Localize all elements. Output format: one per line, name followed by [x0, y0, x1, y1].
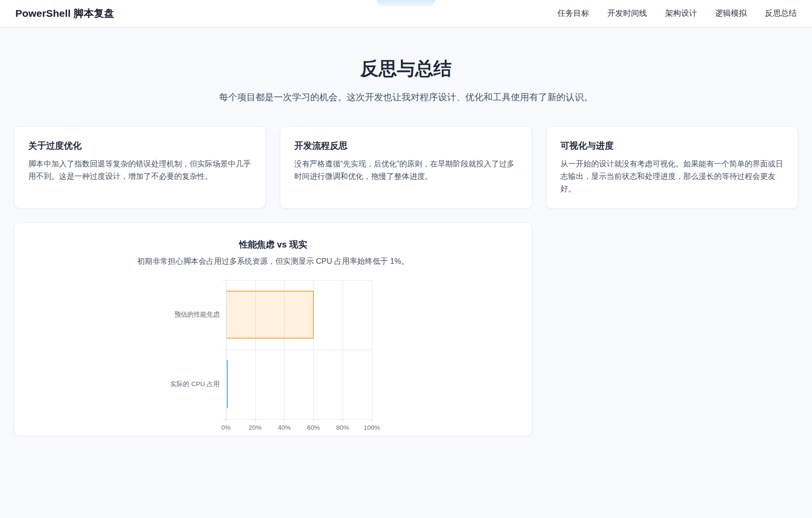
y-axis-tick-mark [223, 350, 226, 350]
chart-y-axis-labels: 预估的性能焦虑实际的 CPU 占用 [165, 280, 226, 419]
nav-link-architecture[interactable]: 架构设计 [665, 8, 697, 19]
card-visualization-progress: 可视化与进度从一开始的设计就没有考虑可视化。如果能有一个简单的界面或日志输出，显… [546, 126, 798, 209]
gridline-horizontal [226, 419, 372, 420]
cards-grid: 关于过度优化脚本中加入了指数回退等复杂的错误处理机制，但实际场景中几乎用不到。这… [14, 126, 798, 209]
card-process-reflection: 开发流程反思没有严格遵循“先实现，后优化”的原则，在早期阶段就投入了过多时间进行… [280, 126, 532, 209]
header: PowerShell 脚本复盘 任务目标开发时间线架构设计逻辑模拟反思总结 [0, 0, 812, 27]
card-title: 可视化与进度 [561, 140, 784, 152]
x-axis-tick-label: 0% [221, 424, 231, 431]
bar-estimated-anxiety[interactable] [227, 291, 314, 339]
nav-link-tasks[interactable]: 任务目标 [558, 8, 589, 19]
nav-link-timeline[interactable]: 开发时间线 [608, 8, 647, 19]
y-axis-category-label: 预估的性能焦虑 [174, 310, 220, 319]
card-title: 关于过度优化 [28, 140, 251, 152]
bar-chart: 预估的性能焦虑实际的 CPU 占用 0%20%40%60%80%100% [165, 280, 382, 419]
y-axis-tick-mark [223, 280, 226, 281]
nav-link-simulation[interactable]: 逻辑模拟 [715, 8, 747, 19]
gridline-horizontal [226, 280, 372, 281]
card-body: 脚本中加入了指数回退等复杂的错误处理机制，但实际场景中几乎用不到。这是一种过度设… [28, 158, 251, 183]
x-axis-tick-label: 100% [364, 424, 381, 431]
gridline-vertical [372, 280, 372, 419]
chart-card: 性能焦虑 vs 现实 初期非常担心脚本会占用过多系统资源，但实测显示 CPU 占… [14, 223, 532, 436]
card-title: 开发流程反思 [294, 140, 517, 152]
chart-subtitle: 初期非常担心脚本会占用过多系统资源，但实测显示 CPU 占用率始终低于 1%。 [29, 257, 517, 267]
x-axis-tick-label: 80% [336, 424, 349, 431]
card-body: 没有严格遵循“先实现，后优化”的原则，在早期阶段就投入了过多时间进行微调和优化，… [294, 158, 517, 183]
nav-link-reflection[interactable]: 反思总结 [765, 8, 797, 19]
x-axis-tick-label: 20% [249, 424, 262, 431]
header-nav: 任务目标开发时间线架构设计逻辑模拟反思总结 [558, 8, 797, 19]
chart-plot[interactable]: 0%20%40%60%80%100% [226, 280, 372, 419]
reflection-section: 反思与总结 每个项目都是一次学习的机会。这次开发也让我对程序设计、优化和工具使用… [0, 27, 812, 436]
card-body: 从一开始的设计就没有考虑可视化。如果能有一个简单的界面或日志输出，显示当前状态和… [561, 158, 784, 195]
page-subtitle: 每个项目都是一次学习的机会。这次开发也让我对程序设计、优化和工具使用有了新的认识… [14, 91, 798, 105]
y-axis-category-label: 实际的 CPU 占用 [170, 380, 220, 388]
x-axis-tick-mark [372, 419, 372, 422]
gridline-horizontal [226, 350, 372, 350]
card-over-optimization: 关于过度优化脚本中加入了指数回退等复杂的错误处理机制，但实际场景中几乎用不到。这… [14, 126, 266, 209]
brand-title: PowerShell 脚本复盘 [15, 7, 114, 20]
page-title: 反思与总结 [14, 58, 798, 80]
chart-title: 性能焦虑 vs 现实 [29, 238, 517, 250]
x-axis-tick-label: 60% [307, 424, 320, 431]
y-axis-tick-mark [223, 419, 226, 420]
x-axis-tick-label: 40% [278, 424, 291, 431]
chart-row: 性能焦虑 vs 现实 初期非常担心脚本会占用过多系统资源，但实测显示 CPU 占… [14, 223, 798, 436]
partial-pill-badge[interactable] [377, 0, 435, 7]
bar-actual-cpu[interactable] [227, 360, 228, 408]
